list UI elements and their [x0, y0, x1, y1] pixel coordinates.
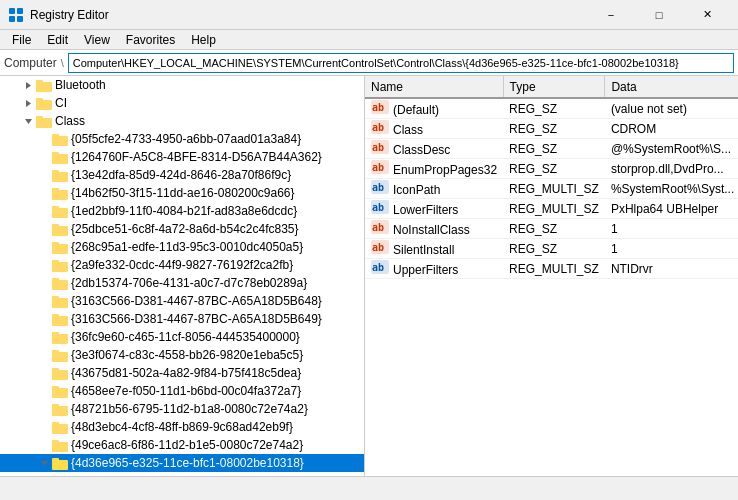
- svg-rect-9: [36, 98, 43, 102]
- tree-item-class[interactable]: Class: [0, 112, 364, 130]
- tree-item-guid11[interactable]: {3163C566-D381-4467-87BC-A65A18D5B649}: [0, 310, 364, 328]
- table-row[interactable]: ab ClassDescREG_SZ@%SystemRoot%\S...: [365, 139, 738, 159]
- folder-icon: [52, 456, 68, 470]
- svg-rect-18: [52, 170, 59, 174]
- expand-icon-bluetooth[interactable]: [20, 77, 36, 93]
- tree-item-guid2[interactable]: {1264760F-A5C8-4BFE-8314-D56A7B44A362}: [0, 148, 364, 166]
- svg-marker-49: [41, 461, 48, 466]
- cell-type: REG_SZ: [503, 159, 605, 179]
- expand-icon-guid12: [36, 329, 52, 345]
- col-header-data[interactable]: Data: [605, 76, 738, 98]
- folder-icon: [52, 294, 68, 308]
- maximize-button[interactable]: □: [636, 5, 682, 25]
- svg-rect-34: [52, 314, 59, 318]
- expand-icon-guid17: [36, 419, 52, 435]
- expand-icon-guid13: [36, 347, 52, 363]
- table-row[interactable]: ab LowerFiltersREG_MULTI_SZPxHlpa64 UBHe…: [365, 199, 738, 219]
- reg-sz-icon: ab: [371, 220, 389, 234]
- window-controls: − □ ✕: [588, 5, 730, 25]
- registry-table: NameTypeData ab (Default)REG_SZ(value no…: [365, 76, 738, 279]
- cell-type: REG_MULTI_SZ: [503, 259, 605, 279]
- table-row[interactable]: ab UpperFiltersREG_MULTI_SZNTIDrvr: [365, 259, 738, 279]
- tree-item-guid14[interactable]: {43675d81-502a-4a82-9f84-b75f418c5dea}: [0, 364, 364, 382]
- tree-item-bluetooth[interactable]: Bluetooth: [0, 76, 364, 94]
- table-row[interactable]: ab ClassREG_SZCDROM: [365, 119, 738, 139]
- svg-text:ab: ab: [372, 262, 384, 273]
- table-row[interactable]: ab EnumPropPages32REG_SZstorprop.dll,Dvd…: [365, 159, 738, 179]
- tree-label: {1264760F-A5C8-4BFE-8314-D56A7B44A362}: [71, 150, 360, 164]
- expand-icon-ci[interactable]: [20, 95, 36, 111]
- tree-item-guid9[interactable]: {2db15374-706e-4131-a0c7-d7c78eb0289a}: [0, 274, 364, 292]
- svg-marker-4: [26, 82, 31, 89]
- cell-name: ab NoInstallClass: [365, 219, 503, 239]
- tree-item-guid13[interactable]: {3e3f0674-c83c-4558-bb26-9820e1eba5c5}: [0, 346, 364, 364]
- svg-rect-36: [52, 332, 59, 336]
- tree-item-sub0000[interactable]: 0000: [0, 472, 364, 476]
- right-panel: NameTypeData ab (Default)REG_SZ(value no…: [365, 76, 738, 476]
- menu-item-edit[interactable]: Edit: [39, 31, 76, 49]
- folder-icon: [52, 186, 68, 200]
- tree-item-guid5[interactable]: {1ed2bbf9-11f0-4084-b21f-ad83a8e6dcdc}: [0, 202, 364, 220]
- tree-item-guid7[interactable]: {268c95a1-edfe-11d3-95c3-0010dc4050a5}: [0, 238, 364, 256]
- address-input[interactable]: [68, 53, 734, 73]
- menu-item-help[interactable]: Help: [183, 31, 224, 49]
- menu-item-file[interactable]: File: [4, 31, 39, 49]
- tree-label: Bluetooth: [55, 78, 360, 92]
- tree-item-guid6[interactable]: {25dbce51-6c8f-4a72-8a6d-b54c2c4fc835}: [0, 220, 364, 238]
- col-header-name[interactable]: Name: [365, 76, 503, 98]
- table-row[interactable]: ab IconPathREG_MULTI_SZ%SystemRoot%\Syst…: [365, 179, 738, 199]
- window-title: Registry Editor: [30, 8, 109, 22]
- menu-item-view[interactable]: View: [76, 31, 118, 49]
- expand-icon-guid-selected[interactable]: [36, 455, 52, 471]
- tree-item-guid10[interactable]: {3163C566-D381-4467-87BC-A65A18D5B648}: [0, 292, 364, 310]
- cell-data: 1: [605, 219, 738, 239]
- svg-rect-26: [52, 242, 59, 246]
- tree-item-guid4[interactable]: {14b62f50-3f15-11dd-ae16-080200c9a66}: [0, 184, 364, 202]
- tree-item-guid15[interactable]: {4658ee7e-f050-11d1-b6bd-00c04fa372a7}: [0, 382, 364, 400]
- folder-icon: [52, 222, 68, 236]
- tree-item-guid16[interactable]: {48721b56-6795-11d2-b1a8-0080c72e74a2}: [0, 400, 364, 418]
- folder-icon: [36, 96, 52, 110]
- cell-type: REG_SZ: [503, 119, 605, 139]
- tree-label: {3163C566-D381-4467-87BC-A65A18D5B648}: [71, 294, 360, 308]
- menu-item-favorites[interactable]: Favorites: [118, 31, 183, 49]
- tree-label: {48d3ebc4-4cf8-48ff-b869-9c68ad42eb9f}: [71, 420, 360, 434]
- tree-item-guid8[interactable]: {2a9fe332-0cdc-44f9-9827-76192f2ca2fb}: [0, 256, 364, 274]
- svg-rect-1: [17, 8, 23, 14]
- table-row[interactable]: ab SilentInstallREG_SZ1: [365, 239, 738, 259]
- tree-item-guid1[interactable]: {05f5cfe2-4733-4950-a6bb-07aad01a3a84}: [0, 130, 364, 148]
- svg-rect-22: [52, 206, 59, 210]
- main-content: Bluetooth CI Class {05f5cfe2-4733-4950-a…: [0, 76, 738, 476]
- svg-text:ab: ab: [372, 242, 384, 253]
- table-row[interactable]: ab (Default)REG_SZ(value not set): [365, 98, 738, 119]
- cell-type: REG_SZ: [503, 98, 605, 119]
- col-header-type[interactable]: Type: [503, 76, 605, 98]
- svg-rect-3: [17, 16, 23, 22]
- tree-item-guid12[interactable]: {36fc9e60-c465-11cf-8056-444535400000}: [0, 328, 364, 346]
- svg-text:ab: ab: [372, 182, 384, 193]
- tree-item-guid17[interactable]: {48d3ebc4-4cf8-48ff-b869-9c68ad42eb9f}: [0, 418, 364, 436]
- folder-icon: [52, 132, 68, 146]
- table-row[interactable]: ab NoInstallClassREG_SZ1: [365, 219, 738, 239]
- expand-icon-guid15: [36, 383, 52, 399]
- svg-rect-6: [36, 80, 43, 84]
- expand-icon-class[interactable]: [20, 113, 36, 129]
- reg-multi-icon: ab: [371, 260, 389, 274]
- svg-rect-38: [52, 350, 59, 354]
- minimize-button[interactable]: −: [588, 5, 634, 25]
- folder-icon: [52, 276, 68, 290]
- svg-rect-48: [52, 440, 59, 444]
- reg-sz-icon: ab: [371, 100, 389, 114]
- close-button[interactable]: ✕: [684, 5, 730, 25]
- tree-item-guid-selected[interactable]: {4d36e965-e325-11ce-bfc1-08002be10318}: [0, 454, 364, 472]
- tree-item-guid18[interactable]: {49ce6ac8-6f86-11d2-b1e5-0080c72e74a2}: [0, 436, 364, 454]
- cell-name-text: NoInstallClass: [393, 223, 470, 237]
- cell-data: CDROM: [605, 119, 738, 139]
- svg-rect-20: [52, 188, 59, 192]
- tree-item-guid3[interactable]: {13e42dfa-85d9-424d-8646-28a70f86f9c}: [0, 166, 364, 184]
- svg-rect-0: [9, 8, 15, 14]
- tree-item-ci[interactable]: CI: [0, 94, 364, 112]
- title-bar: Registry Editor − □ ✕: [0, 0, 738, 30]
- tree-label: {3163C566-D381-4467-87BC-A65A18D5B649}: [71, 312, 360, 326]
- cell-name-text: (Default): [393, 103, 439, 117]
